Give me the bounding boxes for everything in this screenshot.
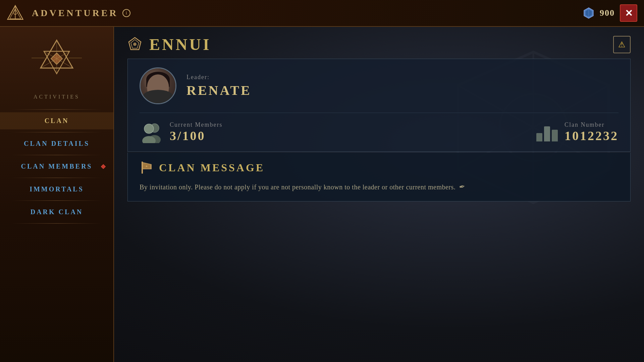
clan-name: ENNUI — [149, 35, 211, 54]
clan-header: ENNUI ⚠ — [127, 30, 631, 57]
clan-number-stat: Clan Number 1012232 — [536, 121, 619, 143]
sidebar-item-clan[interactable]: CLAN — [0, 112, 113, 129]
alert-button[interactable]: ⚠ — [613, 36, 631, 53]
logo — [3, 1, 27, 25]
bar-chart-icon — [536, 123, 558, 141]
info-icon[interactable]: i — [122, 9, 130, 17]
message-text: By invitation only. Please do not apply … — [140, 181, 619, 193]
edit-icon[interactable]: ✒ — [458, 181, 466, 193]
currency-icon — [583, 7, 595, 19]
message-header: CLAN MESSAGE — [140, 161, 619, 174]
leader-name: RENATE — [186, 82, 252, 98]
activities-label: ACTIVITIES — [34, 94, 80, 100]
clan-members-indicator — [101, 164, 106, 169]
avatar — [140, 67, 176, 104]
svg-point-23 — [133, 43, 137, 46]
clan-info-panel: Leader: RENATE Current Members 3/100 — [127, 59, 631, 152]
clan-number-value: 1012232 — [565, 128, 619, 143]
members-value: 3/100 — [170, 128, 222, 143]
sidebar-emblem — [23, 30, 90, 87]
clan-number-info: Clan Number 1012232 — [565, 121, 619, 143]
topbar-title: ADVENTURER — [32, 8, 118, 18]
divider-1 — [11, 132, 102, 132]
message-title: CLAN MESSAGE — [159, 162, 265, 174]
members-info: Current Members 3/100 — [170, 121, 222, 143]
clan-symbol-icon — [127, 37, 143, 52]
topbar: ADVENTURER i 900 ✕ — [0, 0, 644, 27]
divider-4 — [11, 200, 102, 201]
leader-info: Leader: RENATE — [186, 74, 252, 98]
divider-bottom — [11, 223, 102, 224]
members-icon — [140, 121, 163, 143]
sidebar-item-dark-clan[interactable]: DARK CLAN — [0, 203, 113, 221]
message-banner-icon — [140, 161, 153, 174]
sidebar: ACTIVITIES CLAN CLAN DETAILS CLAN MEMBER… — [0, 0, 114, 362]
leader-label: Leader: — [186, 74, 252, 81]
leader-section: Leader: RENATE — [140, 67, 619, 113]
topbar-right: 900 ✕ — [583, 4, 637, 22]
close-button[interactable]: ✕ — [620, 4, 637, 22]
svg-point-26 — [144, 124, 154, 133]
sidebar-item-immortals[interactable]: IMMORTALS — [0, 181, 113, 198]
divider-3 — [11, 178, 102, 178]
avatar-body — [143, 90, 173, 103]
members-label: Current Members — [170, 121, 222, 128]
stats-section: Current Members 3/100 Clan Number 101223… — [140, 121, 619, 143]
sidebar-item-clan-details[interactable]: CLAN DETAILS — [0, 135, 113, 152]
svg-rect-28 — [142, 162, 143, 174]
clan-message-section: CLAN MESSAGE By invitation only. Please … — [127, 153, 631, 201]
main-content: ENNUI ⚠ Leader: RENATE — [114, 0, 644, 362]
divider-top — [11, 109, 102, 110]
members-stat: Current Members 3/100 — [140, 121, 222, 143]
sidebar-item-clan-members[interactable]: CLAN MEMBERS — [0, 158, 113, 175]
divider-2 — [11, 155, 102, 155]
clan-number-label: Clan Number — [565, 121, 619, 128]
currency-amount: 900 — [600, 8, 615, 18]
